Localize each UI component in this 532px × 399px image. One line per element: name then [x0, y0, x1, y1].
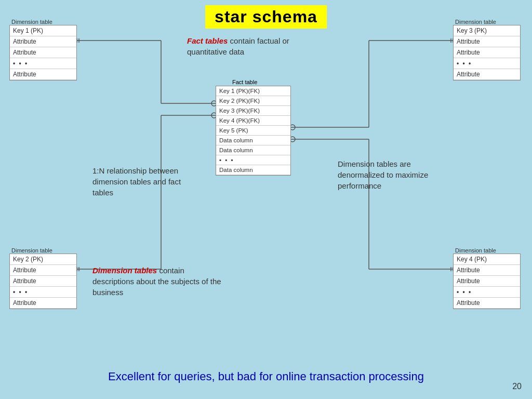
dim-table-1-row-4: Attribute	[10, 69, 76, 80]
dim-table-3-row-1: Attribute	[454, 36, 520, 47]
dim-table-4-row-0: Key 4 (PK)	[454, 254, 520, 265]
fact-tables-bold: Fact tables	[187, 36, 228, 45]
dim-table-4-row-2: Attribute	[454, 276, 520, 287]
dim-denorm-annotation: Dimension tables are denormalized to max…	[338, 158, 447, 191]
dim-table-3-row-2: Attribute	[454, 47, 520, 58]
dim-table-3-row-0: Key 3 (PK)	[454, 25, 520, 36]
connector-svg	[0, 0, 532, 399]
fact-table-row-7: • • •	[216, 155, 290, 165]
fact-table: Key 1 (PK)(FK) Key 2 (PK)(FK) Key 3 (PK)…	[216, 86, 291, 176]
dim-table-3-row-3: • • •	[454, 58, 520, 69]
dim-table-1-row-1: Attribute	[10, 36, 76, 47]
dim-table-2-row-3: • • •	[10, 287, 76, 298]
dim-table-4-row-4: Attribute	[454, 298, 520, 309]
dim-table-4-row-3: • • •	[454, 287, 520, 298]
dim-table-2: Key 2 (PK) Attribute Attribute • • • Att…	[9, 254, 77, 309]
dim-table-2-row-1: Attribute	[10, 265, 76, 276]
footer-text: Excellent for queries, but bad for onlin…	[108, 370, 424, 383]
dim-table-1: Key 1 (PK) Attribute Attribute • • • Att…	[9, 25, 77, 81]
dim-tables-annotation: Dimension tables contain descriptions ab…	[92, 265, 228, 298]
fact-table-row-5: Data column	[216, 136, 290, 145]
relationship-annotation: 1:N relationship between dimension table…	[92, 165, 196, 198]
dim-table-2-label: Dimension table	[11, 247, 52, 254]
dim-table-4-label: Dimension table	[455, 247, 496, 254]
fact-tables-annotation: Fact tables contain factual or quantitat…	[187, 35, 291, 57]
dim-table-3-row-4: Attribute	[454, 69, 520, 80]
dim-table-2-row-2: Attribute	[10, 276, 76, 287]
dim-table-1-row-2: Attribute	[10, 47, 76, 58]
page-number: 20	[512, 382, 522, 391]
fact-table-row-4: Key 5 (PK)	[216, 126, 290, 136]
dim-table-4-row-1: Attribute	[454, 265, 520, 276]
dim-tables-bold: Dimension tables	[92, 266, 157, 275]
fact-table-row-1: Key 2 (PK)(FK)	[216, 96, 290, 106]
fact-table-label: Fact table	[232, 79, 257, 85]
dim-table-3: Key 3 (PK) Attribute Attribute • • • Att…	[453, 25, 521, 81]
dim-table-1-row-0: Key 1 (PK)	[10, 25, 76, 36]
fact-table-row-0: Key 1 (PK)(FK)	[216, 86, 290, 96]
dim-table-3-label: Dimension table	[455, 19, 496, 25]
dim-table-1-row-3: • • •	[10, 58, 76, 69]
page-title: star schema	[205, 5, 327, 29]
fact-table-row-2: Key 3 (PK)(FK)	[216, 106, 290, 116]
dim-table-2-row-4: Attribute	[10, 298, 76, 309]
fact-table-row-6: Data column	[216, 145, 290, 155]
dim-table-2-row-0: Key 2 (PK)	[10, 254, 76, 265]
dim-table-4: Key 4 (PK) Attribute Attribute • • • Att…	[453, 254, 521, 309]
fact-table-row-3: Key 4 (PK)(FK)	[216, 116, 290, 126]
dim-table-1-label: Dimension table	[11, 19, 52, 25]
fact-table-row-8: Data column	[216, 165, 290, 175]
